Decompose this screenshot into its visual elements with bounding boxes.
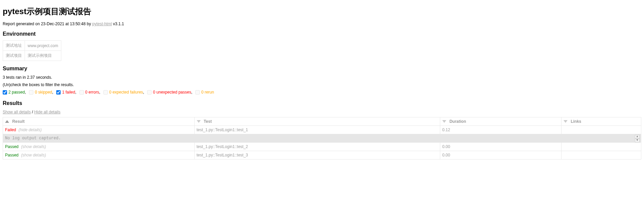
- log-cell: No log output captured.▲▼: [3, 134, 641, 142]
- cell-duration: 0.12: [440, 125, 561, 134]
- show-all-details-link[interactable]: Show all details: [3, 110, 31, 114]
- summary-heading: Summary: [3, 66, 641, 72]
- filter-comma: ,: [75, 90, 76, 95]
- filter-label: 0 rerun: [201, 90, 214, 95]
- env-key: 测试地址: [3, 41, 25, 51]
- details-separator: /: [31, 110, 34, 114]
- results-table: Result Test Duration Links Failed (hide …: [3, 117, 641, 159]
- filter-item: 0 errors,: [79, 90, 100, 95]
- result-status: Passed: [5, 144, 19, 149]
- table-row: Passed (show details)test_1.py::TestLogi…: [3, 142, 641, 151]
- filter-checkbox: [147, 90, 152, 95]
- filter-label: 0 skipped: [35, 90, 52, 95]
- hide-all-details-link[interactable]: Hide all details: [34, 110, 60, 114]
- env-row: 测试地址www.project.com: [3, 41, 61, 51]
- filter-item: 0 rerun: [195, 90, 214, 95]
- cell-test: test_1.py::TestLogin1::test_2: [194, 142, 440, 151]
- cell-duration: 0.00: [440, 142, 561, 151]
- filter-label: 0 errors: [85, 90, 99, 95]
- log-row: No log output captured.▲▼: [3, 134, 641, 142]
- generated-version: v3.1.1: [112, 22, 124, 26]
- filter-checkbox: [195, 90, 200, 95]
- details-links: Show all details / Hide all details: [3, 110, 641, 114]
- filter-item: 0 skipped,: [29, 90, 53, 95]
- env-key: 测试项目: [3, 51, 25, 61]
- col-header-duration-label: Duration: [449, 119, 466, 124]
- filter-checkbox[interactable]: [56, 90, 61, 95]
- result-status: Passed: [5, 153, 19, 157]
- env-row: 测试项目测试示例项目: [3, 51, 61, 61]
- filter-comma: ,: [191, 90, 192, 95]
- col-header-links-label: Links: [571, 119, 581, 124]
- cell-test: test_1.py::TestLogin1::test_1: [194, 125, 440, 134]
- col-header-result-label: Result: [12, 119, 25, 124]
- cell-result: Passed (show details): [3, 142, 195, 151]
- filter-comma: ,: [52, 90, 53, 95]
- col-header-result[interactable]: Result: [3, 117, 195, 125]
- filter-label: 0 unexpected passes: [153, 90, 191, 95]
- environment-table: 测试地址www.project.com测试项目测试示例项目: [3, 40, 61, 61]
- filter-checkbox[interactable]: [3, 90, 7, 95]
- filter-checkbox: [79, 90, 84, 95]
- log-text: No log output captured.: [5, 136, 61, 141]
- col-header-test-label: Test: [204, 119, 212, 124]
- pytest-html-link[interactable]: pytest-html: [92, 22, 112, 26]
- col-header-test[interactable]: Test: [194, 117, 440, 125]
- filter-label: 0 expected failures: [109, 90, 143, 95]
- filter-checkbox: [29, 90, 33, 95]
- filter-checkbox: [103, 90, 108, 95]
- cell-test: test_1.py::TestLogin1::test_3: [194, 151, 440, 159]
- cell-result: Passed (show details): [3, 151, 195, 159]
- env-value: 测试示例项目: [25, 51, 61, 61]
- env-value: www.project.com: [25, 41, 61, 51]
- cell-duration: 0.00: [440, 151, 561, 159]
- cell-links: [561, 142, 641, 151]
- filter-item: 0 expected failures,: [103, 90, 144, 95]
- summary-tests-ran: 3 tests ran in 2.37 seconds.: [3, 75, 641, 80]
- cell-result: Failed (hide details): [3, 125, 195, 134]
- environment-heading: Environment: [3, 31, 641, 37]
- toggle-details-link[interactable]: (show details): [21, 153, 46, 157]
- filter-item: 0 unexpected passes,: [147, 90, 192, 95]
- filters-row: 2 passed, 0 skipped, 1 failed, 0 errors,…: [3, 90, 641, 96]
- filter-comma: ,: [25, 90, 26, 95]
- chevron-up-icon[interactable]: ▲: [635, 135, 640, 139]
- sort-desc-icon: [442, 120, 446, 123]
- generated-line: Report generated on 23-Dec-2021 at 13:50…: [3, 22, 641, 26]
- sort-asc-icon: [5, 120, 9, 123]
- filter-label: 2 passed: [8, 90, 25, 95]
- summary-filter-hint: (Un)check the boxes to filter the result…: [3, 82, 641, 87]
- page-title: pytest示例项目测试报告: [3, 6, 641, 17]
- toggle-details-link[interactable]: (hide details): [19, 128, 42, 132]
- results-header-row: Result Test Duration Links: [3, 117, 641, 125]
- generated-prefix: Report generated on 23-Dec-2021 at 13:50…: [3, 22, 92, 26]
- filter-label: 1 failed: [62, 90, 75, 95]
- table-row: Passed (show details)test_1.py::TestLogi…: [3, 151, 641, 159]
- results-heading: Results: [3, 100, 641, 106]
- filter-item: 2 passed,: [3, 90, 26, 95]
- cell-links: [561, 125, 641, 134]
- result-status: Failed: [5, 128, 16, 132]
- filter-item: 1 failed,: [56, 90, 76, 95]
- sort-desc-icon: [197, 120, 201, 123]
- sort-desc-icon: [564, 120, 568, 123]
- col-header-links[interactable]: Links: [561, 117, 641, 125]
- col-header-duration[interactable]: Duration: [440, 117, 561, 125]
- log-scroll-controls: ▲▼: [635, 135, 640, 142]
- filter-comma: ,: [143, 90, 144, 95]
- cell-links: [561, 151, 641, 159]
- filter-comma: ,: [99, 90, 100, 95]
- toggle-details-link[interactable]: (show details): [21, 144, 46, 149]
- chevron-down-icon[interactable]: ▼: [635, 139, 640, 142]
- table-row: Failed (hide details)test_1.py::TestLogi…: [3, 125, 641, 134]
